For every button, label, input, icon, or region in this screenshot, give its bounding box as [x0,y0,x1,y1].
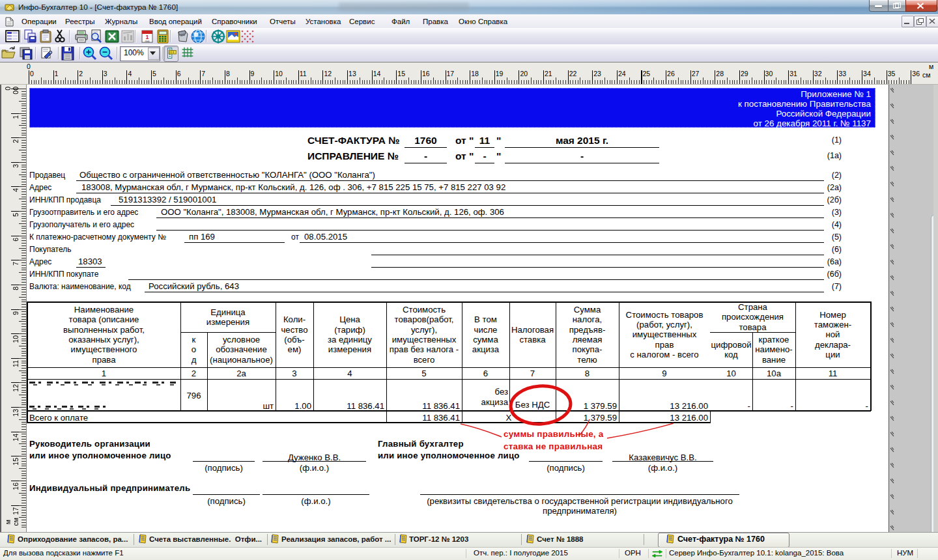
svg-text:ЯНВ: ЯНВ [145,40,150,43]
svg-text:1: 1 [145,34,149,40]
